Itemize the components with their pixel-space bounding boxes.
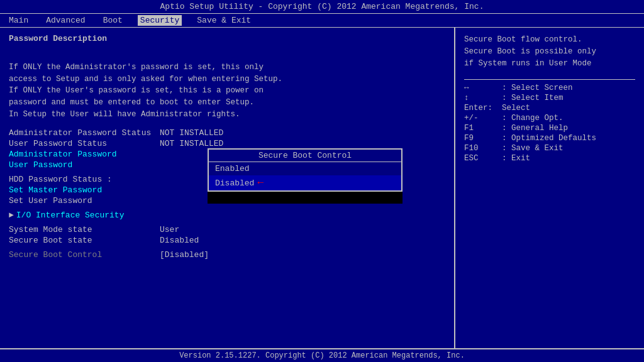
help-line-3: if System runs in User Mode (464, 59, 592, 68)
io-interface-security-row[interactable]: ► I/O Interface Security (9, 211, 445, 220)
secure-boot-control-value: [Disabled] (160, 250, 209, 260)
key-esc: ESC : Exit (464, 154, 635, 163)
dropdown-title: Secure Boot Control (209, 150, 401, 162)
user-password-status-value: NOT INSTALLED (160, 139, 223, 148)
key-select-screen: ↔ : Select Screen (464, 84, 635, 92)
key-enter-desc: Select (502, 104, 635, 112)
key-change-opt-desc: : Change Opt. (502, 114, 635, 123)
menu-item-security[interactable]: Security (138, 15, 182, 26)
key-ud-arrows: ↕ (464, 94, 502, 102)
menu-item-save-exit[interactable]: Save & Exit (194, 15, 253, 26)
key-f10: F10 : Save & Exit (464, 144, 635, 153)
triangle-icon: ► (9, 211, 14, 220)
admin-password-label[interactable]: Administrator Password (9, 150, 160, 159)
footer: Version 2.15.1227. Copyright (C) 2012 Am… (0, 348, 644, 362)
key-plusminus: +/- (464, 114, 502, 123)
user-password-status-row: User Password Status NOT INSTALLED (9, 139, 445, 148)
key-enter: Enter: Select (464, 104, 635, 112)
desc-line-4: password and must be entered to boot to … (9, 98, 254, 107)
secure-boot-state-label: Secure Boot state (9, 236, 160, 245)
desc-line-5: In Setup the User will have Administrato… (9, 110, 240, 119)
key-change-opt: +/- : Change Opt. (464, 114, 635, 123)
dropdown-popup: Secure Boot Control Enabled Disabled ← (208, 148, 402, 192)
menu-item-boot[interactable]: Boot (101, 15, 125, 26)
key-f9-desc: : Optimized Defaults (502, 134, 635, 143)
secure-boot-control-label: Secure Boot Control (9, 250, 160, 260)
menu-bar: Main Advanced Boot Security Save & Exit (0, 13, 644, 28)
key-select-item-desc: : Select Item (502, 94, 635, 102)
user-password-label[interactable]: User Password (9, 160, 160, 170)
dropdown-item-enabled[interactable]: Enabled (209, 162, 401, 175)
right-panel: Secure Boot flow control. Secure Boot is… (455, 28, 644, 352)
key-f1-label: F1 (464, 124, 502, 133)
key-f9: F9 : Optimized Defaults (464, 134, 635, 143)
desc-line-1: If ONLY the Administrator's password is … (9, 63, 264, 72)
dropdown-item-disabled[interactable]: Disabled ← (209, 175, 401, 190)
title-text: Aptio Setup Utility - Copyright (C) 2012… (160, 2, 484, 11)
secure-boot-control-row: Secure Boot Control [Disabled] (9, 250, 445, 260)
hdd-password-status-label: HDD Password Status : (9, 175, 160, 184)
desc-line-3: If ONLY the User's password is set, this… (9, 86, 264, 95)
set-user-password-label: Set User Password (9, 196, 160, 206)
key-f10-desc: : Save & Exit (502, 144, 635, 153)
left-panel: Password Description If ONLY the Adminis… (0, 28, 455, 352)
key-f1: F1 : General Help (464, 124, 635, 133)
key-f9-label: F9 (464, 134, 502, 143)
system-mode-row: System Mode state User (9, 225, 445, 234)
title-bar: Aptio Setup Utility - Copyright (C) 2012… (0, 0, 644, 13)
divider (464, 79, 635, 80)
set-master-password-label[interactable]: Set Master Password (9, 185, 160, 195)
admin-password-status-label: Administrator Password Status (9, 128, 160, 138)
menu-item-main[interactable]: Main (6, 15, 31, 26)
main-layout: Password Description If ONLY the Adminis… (0, 28, 644, 352)
secure-boot-state-row: Secure Boot state Disabled (9, 236, 445, 245)
key-f1-desc: : General Help (502, 124, 635, 133)
user-password-status-label: User Password Status (9, 139, 160, 148)
key-esc-desc: : Exit (502, 154, 635, 163)
desc-line-2: access to Setup and is only asked for wh… (9, 75, 282, 84)
key-select-screen-desc: : Select Screen (502, 84, 635, 92)
secure-boot-state-value: Disabled (160, 236, 199, 245)
description-text: If ONLY the Administrator's password is … (9, 50, 445, 121)
io-interface-security-label: I/O Interface Security (16, 211, 125, 220)
key-f10-label: F10 (464, 144, 502, 153)
footer-text: Version 2.15.1227. Copyright (C) 2012 Am… (179, 351, 465, 360)
system-mode-label: System Mode state (9, 225, 160, 234)
admin-password-status-row: Administrator Password Status NOT INSTAL… (9, 128, 445, 138)
admin-password-status-value: NOT INSTALLED (160, 128, 223, 138)
system-mode-value: User (160, 225, 179, 234)
help-line-1: Secure Boot flow control. (464, 35, 582, 44)
arrow-indicator: ← (257, 177, 264, 189)
menu-item-advanced[interactable]: Advanced (43, 15, 87, 26)
help-text: Secure Boot flow control. Secure Boot is… (464, 34, 635, 69)
key-enter-label: Enter: (464, 104, 502, 112)
key-esc-label: ESC (464, 154, 502, 163)
key-arrows: ↔ (464, 84, 502, 92)
help-line-2: Secure Boot is possible only (464, 47, 596, 56)
description-title: Password Description (9, 34, 445, 43)
key-select-item: ↕ : Select Item (464, 94, 635, 102)
